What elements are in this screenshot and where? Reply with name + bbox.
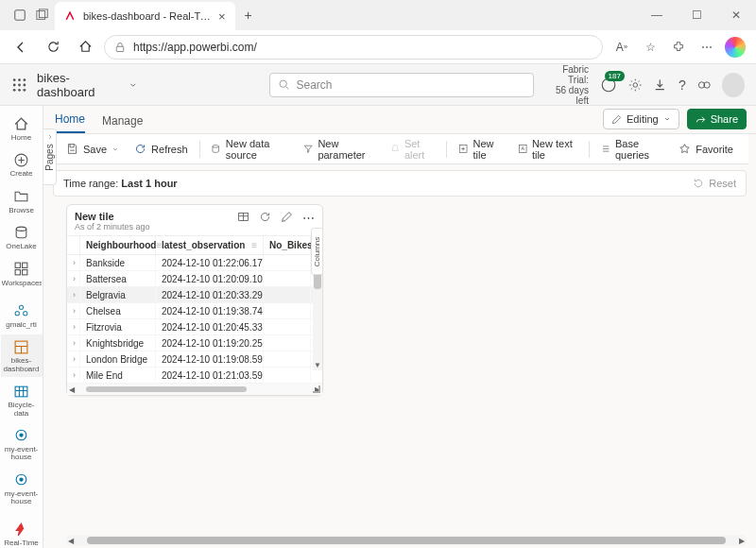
new-tile-button[interactable]: New tile: [453, 135, 507, 163]
new-tab-button[interactable]: +: [245, 8, 252, 23]
nav-label: Home: [11, 134, 31, 142]
favorite-icon[interactable]: ☆: [637, 34, 663, 60]
nav-item-bicycle-data[interactable]: Bicycle-data: [1, 379, 43, 421]
col-no-bikes[interactable]: No_Bikes≡: [264, 236, 311, 254]
table-row[interactable]: ›Bankside2024-12-10 01:22:06.1730: [67, 255, 322, 271]
table-row[interactable]: ›Mile End2024-12-10 01:21:03.5970: [67, 368, 322, 384]
tile-refresh-icon[interactable]: [259, 211, 271, 223]
expand-icon[interactable]: ›: [67, 303, 80, 318]
scroll-right-icon[interactable]: ▶: [737, 537, 747, 545]
feedback-icon[interactable]: [697, 77, 712, 93]
table-row[interactable]: ›Battersea2024-12-10 01:20:09.1020: [67, 271, 322, 287]
download-icon[interactable]: [653, 77, 667, 93]
expand-icon[interactable]: ›: [67, 271, 80, 286]
menu-icon[interactable]: ⋯: [694, 34, 720, 60]
scroll-left-icon[interactable]: ◀: [66, 537, 76, 545]
cell-neighbourhood: London Bridge: [80, 351, 156, 367]
tabs-icon[interactable]: [36, 9, 49, 22]
minimize-button[interactable]: ―: [637, 0, 677, 30]
cell-latest-observation: 2024-12-10 01:19:08.5990: [156, 351, 264, 367]
expand-icon[interactable]: ›: [67, 368, 80, 383]
new-data-source-button[interactable]: New data source: [205, 135, 294, 163]
canvas-scrollbar[interactable]: ◀ ▶: [66, 535, 747, 546]
scroll-thumb[interactable]: [86, 386, 247, 392]
maximize-button[interactable]: ☐: [677, 0, 716, 30]
table-row[interactable]: ›Belgravia2024-12-10 01:20:33.2950: [67, 287, 322, 303]
table-row[interactable]: ›London Bridge2024-12-10 01:19:08.5990: [67, 351, 322, 368]
nav-item-my-event-house[interactable]: my-event-house: [1, 423, 43, 466]
tile-table-icon[interactable]: [237, 211, 249, 223]
cell-latest-observation: 2024-12-10 01:21:03.5970: [156, 368, 264, 383]
notifications-button[interactable]: 187: [600, 77, 617, 94]
read-aloud-icon[interactable]: A»: [609, 34, 635, 60]
expand-icon[interactable]: ›: [67, 335, 80, 351]
expand-icon[interactable]: ›: [67, 351, 80, 367]
nav-item-create[interactable]: Create: [1, 147, 43, 181]
refresh-button[interactable]: [40, 34, 66, 60]
nav-item-bikes-dashboard[interactable]: bikes-dashboard: [1, 334, 43, 377]
dashboard-tile[interactable]: New tile As of 2 minutes ago ⋯ Neighbour…: [66, 204, 323, 396]
help-icon[interactable]: ?: [679, 77, 686, 93]
window-titlebar: bikes-dashboard - Real-Time Inte × + ― ☐…: [0, 0, 756, 30]
avatar[interactable]: [722, 73, 745, 97]
favorite-button[interactable]: Favorite: [673, 140, 739, 158]
tile-subtitle: As of 2 minutes ago: [75, 222, 150, 231]
url-field[interactable]: https://app.powerbi.com/: [104, 35, 603, 60]
horizontal-scrollbar[interactable]: ◀ ▶: [67, 384, 322, 395]
settings-icon[interactable]: [628, 77, 643, 93]
svg-text:A: A: [521, 146, 524, 151]
svg-point-5: [18, 78, 21, 81]
expand-icon[interactable]: ›: [67, 255, 80, 270]
expand-icon[interactable]: ›: [67, 319, 80, 334]
copilot-icon[interactable]: [722, 34, 748, 60]
tab-manage[interactable]: Manage: [102, 114, 143, 133]
nav-item-workspaces[interactable]: Workspaces: [1, 257, 43, 291]
pages-panel-toggle[interactable]: Pages: [43, 128, 57, 185]
refresh-button[interactable]: Refresh: [129, 140, 194, 158]
chevron-down-icon: [663, 115, 671, 123]
resize-handle[interactable]: [313, 385, 320, 393]
new-text-tile-button[interactable]: ANew text tile: [512, 135, 583, 163]
dashboard-canvas[interactable]: New tile As of 2 minutes ago ⋯ Neighbour…: [43, 197, 756, 548]
editing-mode-button[interactable]: Editing: [603, 109, 679, 129]
close-window-button[interactable]: ✕: [716, 0, 756, 30]
scroll-left-icon[interactable]: ◀: [67, 385, 77, 394]
scroll-thumb[interactable]: [87, 537, 726, 544]
nav-item-browse[interactable]: Browse: [1, 184, 43, 218]
base-queries-button[interactable]: Base queries: [595, 135, 670, 163]
expand-icon[interactable]: ›: [67, 287, 80, 302]
table-row[interactable]: ›Chelsea2024-12-10 01:19:38.7430: [67, 303, 322, 319]
back-button[interactable]: [8, 34, 34, 60]
scroll-down-icon[interactable]: ▼: [313, 361, 322, 370]
close-tab-icon[interactable]: ×: [218, 9, 226, 24]
nav-item-real-time-intelligence[interactable]: Real-Time Intelligence: [1, 517, 43, 548]
cell-no-bikes: [264, 319, 311, 334]
home-button[interactable]: [72, 34, 98, 60]
nav-item-gmalc-rti[interactable]: gmalc_rti: [1, 299, 43, 333]
nav-item-onelake[interactable]: OneLake: [1, 220, 43, 254]
table-row[interactable]: ›Knightsbridge2024-12-10 01:19:20.2560: [67, 335, 322, 351]
reset-button[interactable]: Reset: [693, 178, 736, 189]
save-button[interactable]: Save: [60, 140, 125, 158]
nav-label: bikes-dashboard: [2, 357, 42, 373]
workspace-name: bikes-dashboard: [37, 71, 123, 99]
col-neighbourhood[interactable]: Neighbourhood≡: [80, 236, 156, 254]
time-range-value[interactable]: Last 1 hour: [121, 178, 177, 189]
columns-panel-toggle[interactable]: Columns: [311, 228, 323, 275]
tab-home[interactable]: Home: [55, 112, 85, 133]
extensions-icon[interactable]: [665, 34, 692, 60]
tile-edit-icon[interactable]: [281, 211, 293, 223]
share-button[interactable]: Share: [687, 109, 747, 129]
workspace-selector[interactable]: bikes-dashboard: [37, 71, 137, 99]
refresh-icon: [134, 143, 146, 155]
profile-icon[interactable]: [13, 9, 26, 22]
browser-tab[interactable]: bikes-dashboard - Real-Time Inte ×: [55, 2, 235, 30]
app-launcher-icon[interactable]: [11, 77, 27, 94]
cell-neighbourhood: Belgravia: [80, 287, 156, 302]
nav-item-my-event-house[interactable]: my-event-house: [1, 468, 43, 510]
nav-item-home[interactable]: Home: [1, 111, 43, 146]
table-row[interactable]: ›Fitzrovia2024-12-10 01:20:45.3370: [67, 319, 322, 335]
search-input[interactable]: Search: [269, 73, 534, 97]
new-parameter-button[interactable]: New parameter: [298, 135, 381, 163]
col-latest-observation[interactable]: latest_observation≡: [156, 236, 264, 254]
